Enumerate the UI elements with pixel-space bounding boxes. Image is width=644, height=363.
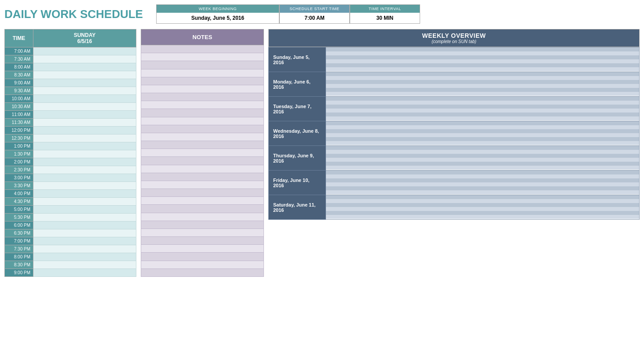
time-cell: 9:00 PM [5,269,33,277]
notes-cell[interactable] [141,53,264,61]
activity-cell[interactable] [33,95,136,103]
day-stripe [326,47,639,51]
weekly-table: Sunday, June 5, 2016Monday, June 6, 2016… [268,47,640,220]
notes-cell[interactable] [141,125,264,133]
notes-cell[interactable] [141,77,264,85]
notes-cell[interactable] [141,157,264,165]
day-stripe [326,178,639,182]
activity-cell[interactable] [33,63,136,71]
notes-row [141,117,264,125]
activity-cell[interactable] [33,221,136,229]
day-content[interactable] [326,121,640,146]
day-label: Tuesday, June 7, 2016 [269,97,326,121]
notes-cell[interactable] [141,109,264,117]
activity-cell[interactable] [33,127,136,134]
day-label: Thursday, June 9, 2016 [269,146,326,171]
notes-cell[interactable] [141,245,264,253]
schedule-row: 7:00 AM [5,47,136,55]
day-content[interactable] [326,195,640,220]
day-stripe [326,171,639,174]
day-stripe [326,133,639,137]
activity-cell[interactable] [33,111,136,119]
activity-cell[interactable] [33,206,136,214]
notes-cell[interactable] [141,197,264,205]
notes-cell[interactable] [141,181,264,189]
activity-cell[interactable] [33,119,136,127]
schedule-row: 9:00 AM [5,79,136,87]
notes-cell[interactable] [141,69,264,77]
notes-cell[interactable] [141,189,264,197]
notes-row [141,141,264,149]
notes-cell[interactable] [141,101,264,109]
day-stripe [326,113,639,116]
schedule-row: 8:00 PM [5,253,136,261]
day-stripe [326,51,639,55]
activity-cell[interactable] [33,269,136,277]
activity-cell[interactable] [33,174,136,182]
day-content[interactable] [326,47,640,72]
notes-cell[interactable] [141,205,264,213]
day-stripe [326,154,639,158]
notes-cell[interactable] [141,61,264,69]
notes-cell[interactable] [141,253,264,261]
activity-cell[interactable] [33,142,136,150]
activity-cell[interactable] [33,245,136,253]
notes-cell[interactable] [141,133,264,141]
day-content[interactable] [326,97,640,121]
notes-row [141,149,264,157]
notes-row [141,53,264,61]
notes-cell[interactable] [141,45,264,53]
notes-cell[interactable] [141,221,264,229]
activity-cell[interactable] [33,158,136,166]
notes-row [141,173,264,181]
notes-row [141,197,264,205]
activity-cell[interactable] [33,47,136,55]
time-cell: 12:00 PM [5,127,33,134]
activity-cell[interactable] [33,190,136,198]
activity-cell[interactable] [33,214,136,221]
notes-row [141,85,264,93]
main-content: TIME SUNDAY 6/5/16 7:00 AM 7:30 AM 8:00 … [4,29,640,277]
schedule-row: 12:30 PM [5,134,136,142]
activity-cell[interactable] [33,237,136,245]
activity-cell[interactable] [33,229,136,237]
notes-row [141,45,264,53]
time-cell: 1:30 PM [5,150,33,158]
schedule-table: TIME SUNDAY 6/5/16 7:00 AM 7:30 AM 8:00 … [4,29,136,277]
notes-cell[interactable] [141,93,264,101]
notes-cell[interactable] [141,229,264,236]
activity-cell[interactable] [33,150,136,158]
notes-cell[interactable] [141,117,264,125]
notes-cell[interactable] [141,173,264,181]
activity-cell[interactable] [33,182,136,190]
notes-cell[interactable] [141,237,264,245]
day-content[interactable] [326,72,640,97]
activity-cell[interactable] [33,198,136,206]
activity-cell[interactable] [33,55,136,63]
activity-cell[interactable] [33,253,136,261]
notes-cell[interactable] [141,165,264,173]
time-cell: 6:00 PM [5,221,33,229]
day-content[interactable] [326,171,640,195]
activity-cell[interactable] [33,134,136,142]
day-stripe [326,186,639,190]
weekly-row: Wednesday, June 8, 2016 [269,121,640,146]
notes-cell[interactable] [141,141,264,149]
activity-cell[interactable] [33,71,136,79]
activity-cell[interactable] [33,87,136,95]
day-stripe [326,101,639,105]
notes-cell[interactable] [141,85,264,93]
notes-row [141,109,264,117]
notes-row [141,133,264,141]
notes-cell[interactable] [141,213,264,221]
notes-cell[interactable] [141,261,264,269]
activity-cell[interactable] [33,103,136,111]
day-content[interactable] [326,146,640,171]
schedule-row: 8:00 AM [5,63,136,71]
activity-cell[interactable] [33,261,136,269]
activity-cell[interactable] [33,79,136,87]
notes-cell[interactable] [141,149,264,157]
activity-cell[interactable] [33,166,136,174]
notes-cell[interactable] [141,269,264,276]
time-interval-box: TIME INTERVAL 30 MIN [350,4,420,24]
